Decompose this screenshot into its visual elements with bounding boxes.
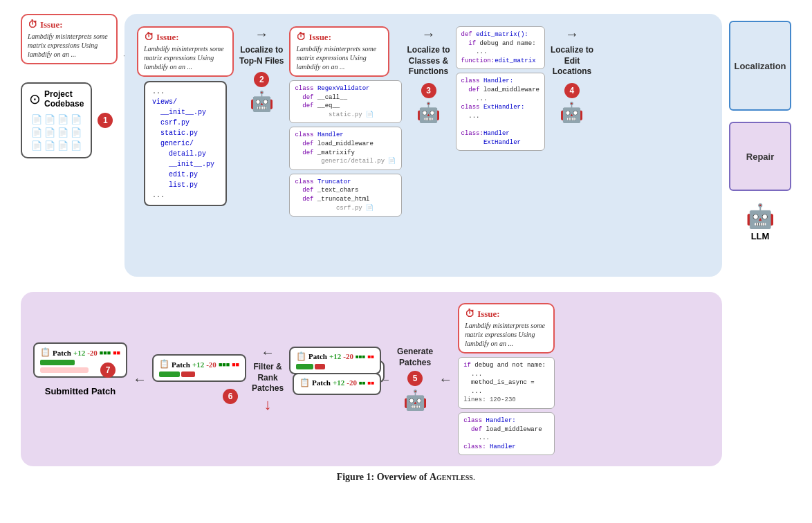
code-regex-validator: class RegexValidator def __call__ def __… xyxy=(289,80,401,123)
repair-label: Repair xyxy=(729,122,791,191)
file-icon: 📄 xyxy=(57,140,68,152)
file-icon: 📄 xyxy=(44,114,55,125)
sections-col: ⏱ Issue: Lambdify misinterprets some mat… xyxy=(21,14,722,466)
patch-label-6: Patch xyxy=(172,360,190,369)
file-icon: 📄 xyxy=(57,127,68,138)
figure-label: Figure 1: Overview of xyxy=(337,472,430,482)
issue-text-3: Lambdify misinterprets some matrix expre… xyxy=(296,44,382,71)
submitted-patch-col: 📋 Patch +12 -20 ■■■ ■■ xyxy=(33,342,127,416)
bottom-row: 📋 Patch +12 -20 ■■■ ■■ xyxy=(33,303,710,455)
step-label-localize-topn: Localize toTop-N Files xyxy=(239,45,284,66)
issue-icon: ⏱ xyxy=(28,19,37,30)
arrow-down-red: ↓ xyxy=(264,396,272,414)
arrow-right-4: → xyxy=(565,26,579,42)
arrow-right-2: → xyxy=(255,26,268,42)
file-grid: 📄 📄 📄 📄 📄 📄 📄 📄 📄 📄 📄 xyxy=(31,114,82,152)
step-circle-2: 2 xyxy=(254,72,269,87)
arrow-right-3: → xyxy=(422,26,436,42)
issue-card-2: ⏱ Issue: Lambdify misinterprets some mat… xyxy=(137,26,234,77)
patch-front: 📋 Patch +12 -20 ■■■ ■■ xyxy=(289,347,381,374)
generate-col: GeneratePatches 5 🤖 xyxy=(397,347,433,412)
standalone-issue-card: ⏱ Issue: Lambdify misinterprets some mat… xyxy=(21,14,118,64)
file-icon: 📄 xyxy=(71,140,82,152)
submitted-label: Submitted Patch xyxy=(45,386,116,396)
issue-card-3: ⏱ Issue: Lambdify misinterprets some mat… xyxy=(289,26,389,77)
right-sidebar: Localization Repair 🤖 LLM xyxy=(729,14,791,241)
robot-4: 🤖 xyxy=(560,101,584,124)
figure-suffix: . xyxy=(473,472,476,482)
top-section: ⏱ Issue: Lambdify misinterprets some mat… xyxy=(124,14,722,277)
step-circle-5: 5 xyxy=(407,371,423,386)
file-icon: 📄 xyxy=(44,127,55,138)
step-label-localize-edit: Localize toEditLocations xyxy=(551,45,593,77)
localization-label: Localization xyxy=(729,21,791,111)
arrow-left-6: ← xyxy=(133,371,147,387)
bottom-section: 📋 Patch +12 -20 ■■■ ■■ xyxy=(21,292,722,466)
github-label: ProjectCodebase xyxy=(44,89,84,109)
file-icon: 📄 xyxy=(31,114,42,125)
patch-card-6: 📋 Patch +12 -20 ■■■ ■■ xyxy=(152,354,246,382)
patch-add: +12 xyxy=(73,349,85,357)
issue-label-3: Issue: xyxy=(308,32,331,43)
robot-llm: 🤖 xyxy=(746,202,775,230)
arrow-left-gen: ← xyxy=(439,371,452,387)
step-label-localize-classes: Localize toClasses &Functions xyxy=(407,45,450,77)
issue-icon-2: ⏱ xyxy=(144,32,154,43)
step-circle-4: 4 xyxy=(564,83,580,98)
col-issue-2: ⏱ Issue: Lambdify misinterprets some mat… xyxy=(137,26,234,206)
file-icon: 📄 xyxy=(71,114,82,125)
code-handler-1: class Handler def load_middleware def _m… xyxy=(289,127,401,169)
issue-text-2: Lambdify misinterprets some matrix expre… xyxy=(144,44,227,71)
patch-label: Patch xyxy=(53,349,71,357)
code-debug: if debug and not name: ... method_is_asy… xyxy=(458,357,555,409)
patches-stack: 📋 Patch +12 -20 ■■■ ■ 📋 xyxy=(289,347,372,412)
step-label-filter-rank: Filter &RankPatches xyxy=(252,362,284,394)
issue-label: Issue: xyxy=(40,19,63,30)
arrow-left-filter: ← xyxy=(261,345,275,360)
main-container: ⏱ Issue: Lambdify misinterprets some mat… xyxy=(0,0,812,490)
issue-label-2: Issue: xyxy=(156,32,179,43)
step2-col: → Localize toTop-N Files 2 🤖 xyxy=(239,26,284,113)
step-circle-6: 6 xyxy=(223,389,238,404)
issue-text: Lambdify misinterprets some matrix expre… xyxy=(28,32,111,59)
figure-app: Agentless xyxy=(430,472,473,482)
filter-rank-col: ← Filter &RankPatches ↓ xyxy=(252,345,284,414)
code-col-1: ⏱ Issue: Lambdify misinterprets some mat… xyxy=(289,26,401,217)
repo-box: ... views/ __init__.py csrf.py static.py… xyxy=(144,81,227,206)
robot-3: 🤖 xyxy=(416,101,441,124)
code-handler-2: class Handler: def load_middleware ... c… xyxy=(456,73,545,151)
step-circle-1: 1 xyxy=(98,113,113,128)
file-icon: 📄 xyxy=(31,127,42,138)
llm-label: LLM xyxy=(751,231,770,241)
step3-col: → Localize toClasses &Functions 3 🤖 xyxy=(407,26,450,124)
github-icon: ⊙ xyxy=(29,91,41,107)
patch-remove: -20 xyxy=(87,349,98,357)
file-icon: 📄 xyxy=(31,140,42,152)
github-box: ⊙ ProjectCodebase 📄 📄 📄 📄 📄 📄 📄 xyxy=(21,82,92,158)
issue-header: ⏱ Issue: xyxy=(28,19,111,30)
llm-box: 🤖 LLM xyxy=(746,202,775,241)
robot-5: 🤖 xyxy=(403,389,427,412)
code-edit-matrix: def edit_matrix(): if debug and name: ..… xyxy=(456,26,545,69)
step4-col: → Localize toEditLocations 4 🤖 xyxy=(551,26,593,124)
robot-2: 🤖 xyxy=(250,90,274,113)
file-icon: 📄 xyxy=(57,114,68,125)
step-circle-3: 3 xyxy=(421,83,436,98)
file-icon: 📄 xyxy=(71,127,82,138)
code-truncator: class Truncator def _text_chars def _tru… xyxy=(289,174,401,217)
code-handler3: class Handler: def load_middleware ... c… xyxy=(458,412,555,455)
issue-card-5: ⏱ Issue: Lambdify misinterprets some mat… xyxy=(458,303,555,354)
patch6-col: 📋 Patch +12 -20 ■■■ ■■ xyxy=(152,354,246,404)
outer-layout: ⏱ Issue: Lambdify misinterprets some mat… xyxy=(21,14,791,466)
top-row: ⏱ Issue: Lambdify misinterprets some mat… xyxy=(137,26,710,217)
figure-caption: Figure 1: Overview of Agentless. xyxy=(21,472,791,483)
file-icon: 📄 xyxy=(44,140,55,152)
top-left-area: ⏱ Issue: Lambdify misinterprets some mat… xyxy=(21,14,118,158)
patch-back-2: 📋 Patch +12 -20 ■■ ■■ xyxy=(293,373,381,395)
code-col-2: def edit_matrix(): if debug and name: ..… xyxy=(456,26,545,151)
code-col-bottom: ⏱ Issue: Lambdify misinterprets some mat… xyxy=(458,303,555,455)
step-label-generate: GeneratePatches xyxy=(397,347,433,368)
